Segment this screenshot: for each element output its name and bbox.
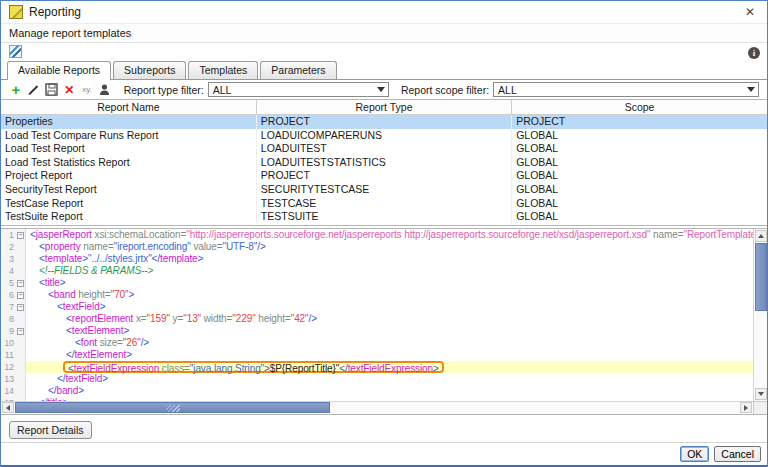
report-scope-filter-select[interactable]: ALL: [493, 82, 759, 97]
scroll-down-button[interactable]: [755, 388, 767, 400]
column-header-scope[interactable]: Scope: [512, 100, 767, 115]
fold-toggle-icon[interactable]: −: [15, 229, 26, 241]
fold-toggle-icon[interactable]: −: [15, 301, 26, 313]
dialog-footer: OK Cancel: [1, 442, 767, 465]
code-line-14: 14</band>: [1, 385, 753, 397]
vertical-scroll-thumb[interactable]: [755, 243, 767, 311]
table-row[interactable]: Load Test Statistics ReportLOADUITESTSTA…: [1, 156, 767, 170]
fold-toggle-icon[interactable]: −: [15, 277, 26, 289]
user-icon[interactable]: [98, 83, 112, 97]
rename-report-icon[interactable]: xy.: [80, 83, 94, 97]
tab-parameters[interactable]: Parameters: [260, 61, 336, 79]
table-row[interactable]: Project ReportPROJECTGLOBAL: [1, 169, 767, 183]
table-cell: GLOBAL: [512, 156, 767, 170]
table-row[interactable]: TestCase ReportTESTCASEGLOBAL: [1, 197, 767, 211]
code-line-1: 1−<jasperReport xsi:schemaLocation="http…: [1, 229, 753, 241]
add-report-icon[interactable]: +: [9, 83, 23, 97]
tab-templates[interactable]: Templates: [188, 61, 258, 79]
table-cell: Load Test Report: [1, 142, 256, 156]
code-line-4: 4<!--FIELDS & PARAMS-->: [1, 265, 753, 277]
horizontal-scrollbar[interactable]: [1, 401, 753, 414]
tab-subreports[interactable]: Subreports: [113, 61, 186, 79]
fold-toggle-icon[interactable]: −: [15, 289, 26, 301]
line-number: 14: [1, 385, 15, 397]
table-row[interactable]: Load Test ReportLOADUITESTGLOBAL: [1, 142, 767, 156]
title-bar: Reporting ✕: [1, 1, 767, 24]
report-template-icon: [9, 45, 22, 58]
fold-spacer: [15, 241, 26, 253]
table-cell: LOADUITEST: [256, 142, 511, 156]
table-cell: TESTSUITE: [256, 210, 511, 224]
reports-table: Report NameReport TypeScope PropertiesPR…: [1, 99, 767, 226]
table-cell: TESTCASE: [256, 197, 511, 211]
report-type-filter-label: Report type filter:: [124, 84, 204, 96]
scroll-right-button[interactable]: [740, 402, 752, 413]
ok-button[interactable]: OK: [680, 446, 709, 462]
info-icon[interactable]: i: [748, 47, 760, 59]
horizontal-scroll-thumb[interactable]: [15, 402, 330, 413]
report-scope-filter-label: Report scope filter:: [401, 84, 489, 96]
table-cell: GLOBAL: [512, 210, 767, 224]
scrollbar-corner: [753, 401, 767, 414]
fold-spacer: [15, 373, 26, 385]
line-number: 1: [1, 229, 15, 241]
tab-strip: Available ReportsSubreportsTemplatesPara…: [1, 61, 767, 80]
code-line-5: 5−<title>: [1, 277, 753, 289]
line-number: 12: [1, 361, 15, 373]
fold-spacer: [15, 265, 26, 277]
report-details-tab[interactable]: Report Details: [9, 421, 92, 439]
line-number: 5: [1, 277, 15, 289]
report-scope-filter-value: ALL: [498, 84, 517, 96]
cancel-button[interactable]: Cancel: [714, 446, 761, 462]
reports-toolbar: + ✕ xy. Report type filter: ALL Report s…: [1, 80, 767, 99]
fold-spacer: [15, 337, 26, 349]
reporting-dialog: Reporting ✕ Manage report templates i Av…: [0, 0, 768, 467]
line-number: 11: [1, 349, 15, 361]
table-cell: Load Test Statistics Report: [1, 156, 256, 170]
code-line-13: 13</textField>: [1, 373, 753, 385]
vertical-scrollbar[interactable]: [753, 229, 767, 401]
fold-spacer: [15, 349, 26, 361]
chevron-down-icon: [377, 87, 385, 92]
table-cell: Load Test Compare Runs Report: [1, 129, 256, 143]
report-type-filter-select[interactable]: ALL: [208, 82, 389, 97]
table-cell: PROJECT: [256, 115, 511, 129]
save-icon[interactable]: [45, 83, 59, 97]
code-area[interactable]: 1−<jasperReport xsi:schemaLocation="http…: [1, 229, 753, 401]
line-number: 8: [1, 313, 15, 325]
table-cell: PROJECT: [256, 169, 511, 183]
table-cell: GLOBAL: [512, 169, 767, 183]
tab-available-reports[interactable]: Available Reports: [7, 61, 111, 80]
table-cell: TestCase Report: [1, 197, 256, 211]
fold-toggle-icon[interactable]: −: [15, 325, 26, 337]
xml-editor[interactable]: 1−<jasperReport xsi:schemaLocation="http…: [1, 228, 767, 415]
scroll-left-button[interactable]: [2, 402, 14, 413]
delete-report-icon[interactable]: ✕: [62, 83, 76, 97]
code-line-10: 10<font size="26"/>: [1, 337, 753, 349]
table-header-row: Report NameReport TypeScope: [1, 100, 767, 115]
close-icon[interactable]: ✕: [741, 5, 759, 19]
fold-spacer: [15, 361, 26, 373]
table-row[interactable]: SecurityTest ReportSECURITYTESTCASEGLOBA…: [1, 183, 767, 197]
table-cell: LOADUICOMPARERUNS: [256, 129, 511, 143]
table-cell: Project Report: [1, 169, 256, 183]
code-line-11: 11</textElement>: [1, 349, 753, 361]
code-line-6: 6−<band height="70">: [1, 289, 753, 301]
dialog-description: Manage report templates: [1, 24, 767, 43]
highlight-box: <textFieldExpression class="java.lang.St…: [63, 361, 444, 373]
line-number: 7: [1, 301, 15, 313]
line-number: 6: [1, 289, 15, 301]
table-row[interactable]: TestSuite ReportTESTSUITEGLOBAL: [1, 210, 767, 224]
code-line-9: 9−<textElement>: [1, 325, 753, 337]
column-header-report-type[interactable]: Report Type: [256, 100, 511, 115]
line-number: 4: [1, 265, 15, 277]
column-header-report-name[interactable]: Report Name: [1, 100, 256, 115]
edit-pencil-icon[interactable]: [27, 83, 41, 97]
scroll-up-button[interactable]: [755, 230, 767, 242]
line-number: 13: [1, 373, 15, 385]
table-row[interactable]: PropertiesPROJECTPROJECT: [1, 115, 767, 129]
table-row[interactable]: Load Test Compare Runs ReportLOADUICOMPA…: [1, 129, 767, 143]
table-cell: SECURITYTESTCASE: [256, 183, 511, 197]
code-line-3: 3<template>"../../styles.jrtx"</template…: [1, 253, 753, 265]
code-line-12: 12<textFieldExpression class="java.lang.…: [1, 361, 753, 373]
